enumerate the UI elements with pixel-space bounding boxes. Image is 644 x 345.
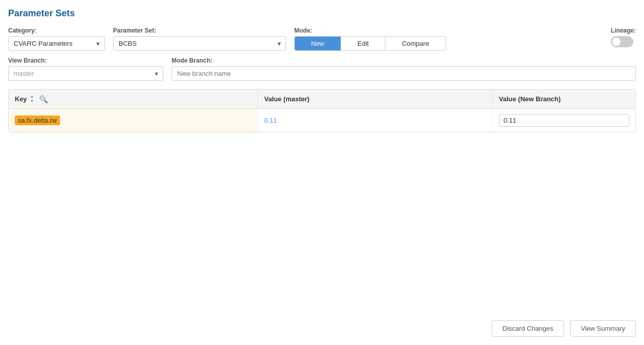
mode-button-group: New Edit Compare (294, 36, 446, 51)
mode-new-button[interactable]: New (295, 37, 341, 50)
mode-branch-label: Mode Branch: (172, 57, 636, 64)
sort-up-icon: ▲ (30, 95, 34, 99)
mode-label: Mode: (294, 27, 446, 34)
lineage-group: Lineage: (611, 27, 636, 47)
col-value-new-branch-label: Value (New Branch) (499, 95, 561, 103)
sort-down-icon: ▼ (30, 99, 34, 103)
value-master-cell: 0.11 (258, 109, 493, 132)
parameter-table: Key ▲ ▼ 🔍 Value (master) Value (New Bran… (8, 89, 636, 132)
category-select-wrapper: CVARC Parameters ▼ (8, 36, 105, 51)
parameter-set-group: Parameter Set: BCBS ▼ (113, 27, 286, 51)
key-value: sa.fx.delta.rw (15, 116, 60, 125)
col-value-master-header: Value (master) (258, 90, 493, 108)
table-header: Key ▲ ▼ 🔍 Value (master) Value (New Bran… (9, 90, 635, 109)
page-title: Parameter Sets (8, 8, 636, 19)
mode-group: Mode: New Edit Compare (294, 27, 446, 51)
footer: Discard Changes View Summary (484, 312, 644, 345)
view-summary-button[interactable]: View Summary (570, 320, 636, 337)
view-branch-select[interactable]: master (8, 66, 163, 81)
lineage-toggle[interactable] (611, 36, 633, 47)
col-key-label: Key (15, 95, 27, 103)
discard-changes-button[interactable]: Discard Changes (492, 320, 564, 337)
category-label: Category: (8, 27, 105, 34)
category-select[interactable]: CVARC Parameters (8, 36, 105, 51)
view-branch-select-wrapper: master ▼ (8, 66, 163, 81)
lineage-label: Lineage: (611, 27, 636, 34)
key-cell: sa.fx.delta.rw (9, 109, 258, 132)
view-branch-group: View Branch: master ▼ (8, 57, 163, 81)
toggle-slider (611, 36, 633, 47)
col-value-master-label: Value (master) (264, 95, 310, 103)
branch-row: View Branch: master ▼ Mode Branch: (8, 57, 636, 81)
category-group: Category: CVARC Parameters ▼ (8, 27, 105, 51)
table-row: sa.fx.delta.rw 0.11 (9, 109, 635, 132)
value-new-branch-input[interactable] (499, 114, 629, 127)
value-new-branch-cell (493, 109, 635, 132)
value-master-text: 0.11 (264, 117, 277, 124)
parameter-set-select[interactable]: BCBS (113, 36, 286, 51)
view-branch-label: View Branch: (8, 57, 163, 64)
col-value-new-branch-header: Value (New Branch) (493, 90, 635, 108)
mode-branch-input[interactable] (172, 66, 636, 81)
col-key-header: Key ▲ ▼ 🔍 (9, 90, 258, 108)
search-icon[interactable]: 🔍 (39, 95, 48, 103)
parameter-set-label: Parameter Set: (113, 27, 286, 34)
page-container: Parameter Sets Category: CVARC Parameter… (0, 0, 644, 345)
sort-icons[interactable]: ▲ ▼ (30, 95, 34, 103)
param-set-select-wrapper: BCBS ▼ (113, 36, 286, 51)
mode-edit-button[interactable]: Edit (341, 37, 385, 50)
mode-branch-group: Mode Branch: (172, 57, 636, 81)
controls-row: Category: CVARC Parameters ▼ Parameter S… (8, 27, 636, 51)
mode-compare-button[interactable]: Compare (385, 37, 445, 50)
